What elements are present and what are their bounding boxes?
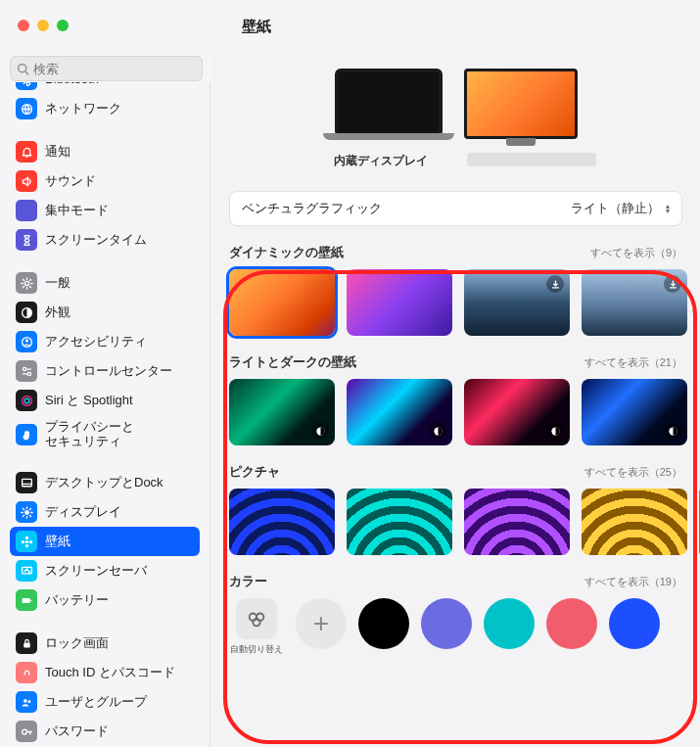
svg-point-0 [19,64,26,71]
light-dark-icon [546,422,564,440]
wallpaper-thumbnail[interactable] [582,269,687,336]
internal-display-label: 内蔵ディスプレイ [316,153,445,169]
wallpaper-thumbnail[interactable] [464,269,570,336]
appearance-icon [16,302,37,323]
sidebar-item-privacy[interactable]: プライバシーと セキュリティ [10,415,200,454]
sidebar-item-screentime[interactable]: スクリーンタイム [10,225,200,255]
section-lightdark: ライトとダークの壁紙すべてを表示（21） [229,353,682,445]
wallpaper-thumbnail[interactable] [347,489,452,555]
download-icon [546,275,564,293]
internal-display-preview[interactable] [335,69,443,137]
show-all-link[interactable]: すべてを表示（21） [584,355,682,370]
screensaver-icon [16,560,37,582]
sidebar-item-label: 壁紙 [45,535,70,549]
focus-icon [16,200,37,221]
sidebar-item-accessibility[interactable]: アクセシビリティ [10,327,200,356]
color-swatch[interactable] [484,598,535,649]
sidebar-item-screensaver[interactable]: スクリーンセーバ [10,556,200,585]
sidebar-item-passwords[interactable]: パスワード [10,717,200,746]
color-swatch[interactable] [421,598,472,649]
section-title: カラー [229,573,267,590]
sidebar-item-siri[interactable]: Siri と Spotlight [10,386,200,415]
bluetooth-icon [16,82,37,90]
sidebar-item-controlcenter[interactable]: コントロールセンター [10,356,200,386]
zoom-window-button[interactable] [57,20,69,31]
color-swatch[interactable] [609,598,660,649]
wallpaper-thumbnail[interactable] [229,269,335,336]
color-swatch[interactable] [358,598,409,649]
general-icon [16,272,37,294]
section-title: ピクチャ [229,463,280,481]
sidebar-item-label: ロック画面 [45,636,109,651]
sidebar-item-label: プライバシーと セキュリティ [45,420,134,449]
show-all-link[interactable]: すべてを表示（25） [584,465,682,480]
sidebar-item-label: 集中モード [45,204,109,218]
wallpaper-thumbnail[interactable] [464,489,570,555]
wallpaper-thumbnail[interactable] [347,269,452,336]
svg-rect-24 [23,642,30,647]
search-field[interactable] [10,56,203,81]
external-display-label [467,153,596,166]
sidebar-item-label: サウンド [45,174,96,189]
auto-switch-option[interactable]: 自動切り替え [229,598,284,656]
sidebar-item-displays[interactable]: ディスプレイ [10,497,200,527]
svg-point-17 [24,536,27,538]
wallpaper-thumbnail[interactable] [582,489,687,555]
sidebar-item-label: ディスプレイ [45,505,121,520]
sidebar: Bluetoothネットワーク通知サウンド集中モードスクリーンタイム一般外観アク… [0,82,210,747]
show-all-link[interactable]: すべてを表示（9） [590,246,682,260]
sidebar-item-label: アクセシビリティ [45,335,147,350]
section-dynamic: ダイナミックの壁紙すべてを表示（9） [229,244,682,336]
wallpaper-thumbnail[interactable] [229,489,335,555]
sidebar-item-general[interactable]: 一般 [10,268,200,298]
sidebar-item-label: コントロールセンター [45,364,172,379]
current-wallpaper-bar: ベンチュラグラフィック ライト（静止） ▴ ▾ [229,191,682,226]
sidebar-item-sound[interactable]: サウンド [10,166,200,196]
wallpaper-thumbnail[interactable] [347,379,452,445]
wallpaper-thumbnail[interactable] [582,379,687,445]
sidebar-item-network[interactable]: ネットワーク [10,94,200,123]
plus-icon: + [313,608,329,639]
section-title: ダイナミックの壁紙 [229,244,344,261]
wallpaper-thumbnail[interactable] [464,379,570,445]
search-input[interactable] [33,62,196,76]
sidebar-item-label: Touch ID とパスコード [45,666,175,680]
sidebar-item-focus[interactable]: 集中モード [10,196,200,225]
sidebar-item-appearance[interactable]: 外観 [10,298,200,327]
accessibility-icon [16,331,37,352]
color-swatch[interactable] [546,598,597,649]
sidebar-item-bluetooth[interactable]: Bluetooth [10,82,200,94]
main-content: 内蔵ディスプレイ ベンチュラグラフィック ライト（静止） ▴ ▾ ダイナミックの… [211,49,700,747]
sidebar-item-touchid[interactable]: Touch ID とパスコード [10,658,200,687]
sidebar-item-wallpaper[interactable]: 壁紙 [10,527,200,556]
external-display-preview[interactable] [464,69,578,139]
sidebar-item-lockscreen[interactable]: ロック画面 [10,629,200,658]
desktop-dock-icon [16,472,37,493]
wallpaper-mode-stepper[interactable]: ▴ ▾ [666,204,670,213]
sidebar-item-users[interactable]: ユーザとグループ [10,687,200,717]
display-preview-row [229,69,682,139]
window-controls [18,20,69,31]
sidebar-item-label: ユーザとグループ [45,695,147,710]
users-icon [16,691,37,713]
svg-rect-13 [22,479,31,486]
sidebar-item-notifications[interactable]: 通知 [10,137,200,166]
sidebar-item-label: 外観 [45,305,70,320]
svg-point-15 [24,510,29,515]
passwords-icon [16,721,37,742]
light-dark-icon [311,422,329,440]
sidebar-item-battery[interactable]: バッテリー [10,585,200,615]
download-icon [664,275,681,293]
section-title: ライトとダークの壁紙 [229,353,356,371]
show-all-link[interactable]: すべてを表示（19） [584,575,682,589]
add-color-button[interactable]: + [296,598,347,649]
close-window-button[interactable] [18,20,29,31]
wallpaper-thumbnail[interactable] [229,379,335,445]
sidebar-item-desktop-dock[interactable]: デスクトップとDock [10,468,200,497]
current-wallpaper-name: ベンチュラグラフィック [242,200,382,217]
minimize-window-button[interactable] [37,20,49,31]
auto-switch-icon [236,598,277,639]
touchid-icon [16,662,37,683]
thumbnail-row [229,379,682,445]
sidebar-item-label: Bluetooth [45,82,99,86]
